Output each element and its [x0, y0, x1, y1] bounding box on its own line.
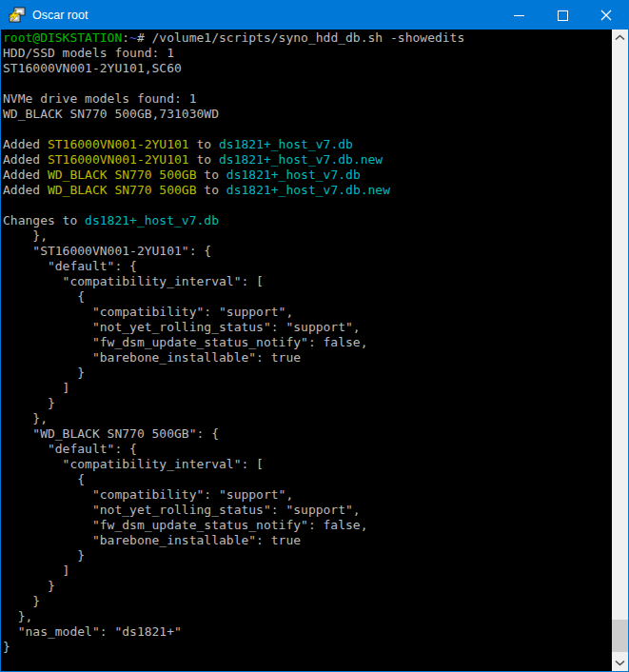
terminal-line: NVMe drive models found: 1 [3, 91, 612, 107]
terminal-line: "fw_dsm_update_status_notify": false, [3, 518, 612, 533]
terminal-line: } [3, 396, 612, 411]
terminal-line: ] [3, 381, 612, 396]
terminal-line: "default": { [3, 259, 612, 274]
scrollbar[interactable] [612, 30, 628, 671]
terminal-line: }, [3, 411, 612, 426]
chevron-up-icon [615, 34, 625, 41]
terminal-line: { [3, 472, 612, 487]
terminal-line: Changes to ds1821+_host_v7.db [3, 213, 612, 228]
terminal-line: WD_BLACK SN770 500GB,731030WD [3, 107, 612, 122]
terminal-line: root@DISKSTATION:~# /volume1/scripts/syn… [3, 30, 612, 46]
terminal-line: "compatibility_interval": [ [3, 457, 612, 472]
minimize-icon [514, 15, 524, 16]
window-title: Oscar root [32, 9, 88, 22]
terminal-line: "WD_BLACK SN770 500GB": { [3, 426, 612, 442]
close-button[interactable] [584, 1, 628, 30]
terminal-line [3, 198, 612, 213]
terminal-line: Added WD_BLACK SN770 500GB to ds1821+_ho… [3, 183, 612, 198]
terminal-line [3, 122, 612, 137]
terminal-line: "not_yet_rolling_status": "support", [3, 320, 612, 335]
terminal-line: { [3, 289, 612, 305]
terminal-line: Added ST16000VN001-2YU101 to ds1821+_hos… [3, 152, 612, 168]
terminal-line: HDD/SSD models found: 1 [3, 46, 612, 61]
terminal-line: ] [3, 563, 612, 579]
terminal-line: "barebone_installable": true [3, 350, 612, 366]
terminal-line: "compatibility_interval": [ [3, 274, 612, 289]
terminal-line: } [3, 640, 612, 655]
caption-buttons [497, 1, 628, 30]
terminal-line: }, [3, 228, 612, 244]
chevron-down-icon [615, 660, 625, 666]
scroll-down-button[interactable] [612, 655, 628, 671]
terminal-line: "default": { [3, 442, 612, 457]
terminal-line: } [3, 594, 612, 609]
scroll-up-button[interactable] [612, 30, 628, 46]
terminal-line: } [3, 579, 612, 594]
terminal-line: "compatibility": "support", [3, 487, 612, 503]
terminal-line: Added WD_BLACK SN770 500GB to ds1821+_ho… [3, 168, 612, 183]
terminal-line: }, [3, 609, 612, 624]
terminal-line: "fw_dsm_update_status_notify": false, [3, 335, 612, 350]
terminal-line: ST16000VN001-2YU101,SC60 [3, 61, 612, 76]
minimize-button[interactable] [497, 1, 541, 30]
maximize-icon [558, 10, 568, 21]
terminal-line: } [3, 548, 612, 563]
terminal-line: "barebone_installable": true [3, 533, 612, 548]
terminal-line: "not_yet_rolling_status": "support", [3, 503, 612, 518]
terminal-line: "ST16000VN001-2YU101": { [3, 244, 612, 259]
terminal-line [3, 76, 612, 91]
terminal-line: } [3, 366, 612, 381]
putty-window: Oscar root root@DISKSTATION:~# /volume1/… [0, 0, 629, 672]
titlebar[interactable]: Oscar root [1, 1, 628, 30]
close-icon [600, 10, 612, 21]
putty-terminal-icon[interactable] [8, 7, 26, 25]
scrollbar-thumb[interactable] [612, 620, 628, 652]
terminal-output[interactable]: root@DISKSTATION:~# /volume1/scripts/syn… [1, 30, 612, 671]
terminal-line: "compatibility": "support", [3, 305, 612, 320]
terminal-line: "nas_model": "ds1821+" [3, 624, 612, 640]
terminal-line: Added ST16000VN001-2YU101 to ds1821+_hos… [3, 137, 612, 152]
maximize-button[interactable] [541, 1, 584, 30]
